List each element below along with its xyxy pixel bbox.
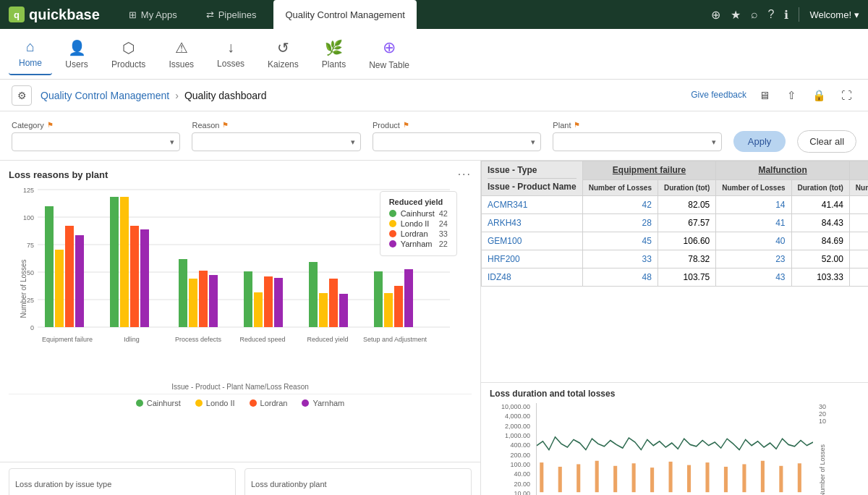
mal-num-cell: 14: [716, 196, 791, 214]
ef-num-cell: 33: [582, 250, 658, 268]
toolbar-users[interactable]: 👤 Users: [55, 33, 98, 75]
lower-chart-y-right: 30 20 10 Number of Losses: [816, 403, 859, 495]
oe-num-cell: 43: [849, 250, 868, 268]
loss-duration-issue-chart[interactable]: Loss duration by issue type: [9, 468, 236, 496]
home-icon: ⌂: [26, 38, 35, 55]
svg-rect-24: [244, 271, 252, 327]
loss-reasons-chart-section: Loss reasons by plant ··· Number of Loss…: [0, 161, 480, 462]
product-select[interactable]: [373, 132, 541, 151]
svg-rect-50: [687, 465, 691, 493]
apply-button[interactable]: Apply: [733, 131, 786, 152]
lower-chart-title: Loss duration and total losses: [490, 389, 859, 399]
legend-yarnham: Yarnham: [302, 399, 344, 407]
svg-rect-46: [613, 466, 617, 492]
give-feedback-button[interactable]: Give feedback: [691, 90, 746, 101]
ef-dur-cell: 67.57: [658, 214, 715, 232]
toolbar-issues[interactable]: ⚠ Issues: [158, 33, 204, 75]
reason-select-wrapper: [192, 132, 360, 151]
lower-chart-area: 10,000.00 4,000.00 2,000.00 1,000.00 400…: [490, 403, 859, 495]
nav-tab-qcm[interactable]: Quality Control Management: [273, 0, 416, 29]
filter-reason: Reason ⚑: [192, 121, 360, 151]
welcome-button[interactable]: Welcome! ▾: [809, 9, 859, 20]
product-cell[interactable]: HRF200: [482, 250, 583, 268]
filter-bar: Category ⚑ Reason ⚑ Product ⚑: [0, 111, 868, 161]
breadcrumb: Quality Control Management › Quality das…: [41, 90, 267, 101]
chart-options-button[interactable]: ···: [458, 168, 472, 181]
product-cell[interactable]: ARKH43: [482, 214, 583, 232]
product-cell[interactable]: ACMR341: [482, 196, 583, 214]
product-cell[interactable]: GEM100: [482, 232, 583, 250]
svg-rect-35: [404, 269, 413, 327]
star-icon[interactable]: ★: [731, 8, 741, 22]
losses-icon: ↓: [227, 39, 234, 56]
mal-dur-cell: 52.00: [791, 250, 849, 268]
search-icon[interactable]: ⌕: [751, 8, 758, 21]
table-row: GEM100 45 106.60 40 84.69 29 80.00 ...: [482, 232, 869, 250]
plant-select[interactable]: [553, 132, 721, 151]
svg-text:Setup and Adjustment: Setup and Adjustment: [363, 336, 427, 343]
tooltip-item-lordran: Lordran 33: [389, 229, 448, 238]
kaizens-icon: ↺: [277, 39, 289, 56]
cainhurst-legend-dot: [136, 399, 143, 407]
nav-tab-myapps[interactable]: ⊞ My Apps: [117, 0, 189, 29]
malfunction-header[interactable]: Malfunction: [716, 161, 850, 180]
svg-rect-43: [558, 467, 562, 492]
lower-chart-y-left: 10,000.00 4,000.00 2,000.00 1,000.00 400…: [490, 403, 533, 495]
add-icon[interactable]: ⊕: [711, 8, 720, 22]
svg-rect-23: [209, 275, 218, 327]
ef-num-cell: 42: [582, 196, 658, 214]
new-table-icon: ⊕: [383, 38, 396, 57]
svg-text:Idling: Idling: [124, 336, 140, 343]
product-flag-icon: ⚑: [403, 121, 409, 129]
toolbar-kaizens[interactable]: ↺ Kaizens: [258, 33, 309, 75]
lower-chart-section: Loss duration and total losses 10,000.00…: [481, 382, 868, 495]
table-row: ARKH43 28 67.57 41 84.43 28 59.30 ...: [482, 214, 869, 232]
bottom-charts-row: Loss duration by issue type Loss duratio…: [0, 462, 480, 495]
oe-num-cell: 29: [849, 232, 868, 250]
svg-text:100: 100: [23, 214, 34, 221]
svg-rect-33: [384, 293, 393, 327]
toolbar-products[interactable]: ⬡ Products: [101, 33, 156, 75]
oe-num-cell: 17: [849, 196, 868, 214]
nav-tab-pipelines[interactable]: ⇄ Pipelines: [195, 0, 268, 29]
svg-text:Reduced yield: Reduced yield: [307, 336, 348, 343]
chart-area: Number of Losses Issue - Product - Plant…: [9, 184, 472, 394]
product-cell[interactable]: IDZ48: [482, 268, 583, 287]
monitor-icon[interactable]: 🖥: [754, 85, 774, 106]
ef-dur-cell: 82.05: [658, 196, 715, 214]
toolbar-plants[interactable]: 🌿 Plants: [312, 33, 356, 75]
toolbar-home[interactable]: ⌂ Home: [9, 33, 52, 75]
logo[interactable]: q quickbase: [9, 7, 100, 23]
svg-rect-53: [742, 464, 746, 492]
svg-text:25: 25: [27, 297, 34, 304]
mal-dur-cell: 84.69: [791, 232, 849, 250]
help-icon[interactable]: ?: [768, 8, 775, 21]
oe-num-cell: 28: [849, 214, 868, 232]
svg-rect-27: [274, 278, 283, 327]
svg-rect-22: [199, 271, 208, 327]
svg-rect-15: [75, 235, 84, 327]
breadcrumb-parent[interactable]: Quality Control Management: [41, 90, 169, 101]
category-select[interactable]: [12, 132, 180, 151]
svg-rect-32: [374, 271, 383, 327]
mal-num-header: Number of Losses: [716, 179, 791, 195]
info-icon[interactable]: ℹ: [784, 8, 788, 22]
logo-text: quickbase: [29, 7, 100, 23]
clear-all-button[interactable]: Clear all: [797, 130, 856, 153]
products-icon: ⬡: [122, 39, 135, 56]
lower-chart-main: [536, 403, 813, 495]
loss-duration-plant-chart[interactable]: Loss durationby plant: [244, 468, 472, 496]
table-row: HRF200 33 78.32 23 52.00 43 98.91 ...: [482, 250, 869, 268]
equipment-failure-header[interactable]: Equipment failure: [582, 161, 716, 180]
lock-icon[interactable]: 🔒: [809, 85, 829, 106]
reason-select[interactable]: [192, 132, 360, 151]
share-icon[interactable]: ⇧: [781, 85, 801, 106]
fullscreen-icon[interactable]: ⛶: [836, 85, 856, 106]
toolbar-losses[interactable]: ↓ Losses: [207, 33, 255, 75]
svg-text:Equipment failure: Equipment failure: [42, 336, 93, 343]
svg-rect-13: [55, 250, 64, 327]
settings-button[interactable]: ⚙: [12, 85, 32, 106]
operator-error-header[interactable]: Operator error: [849, 161, 868, 180]
toolbar-new-table[interactable]: ⊕ New Table: [359, 33, 420, 76]
svg-rect-55: [779, 466, 783, 492]
